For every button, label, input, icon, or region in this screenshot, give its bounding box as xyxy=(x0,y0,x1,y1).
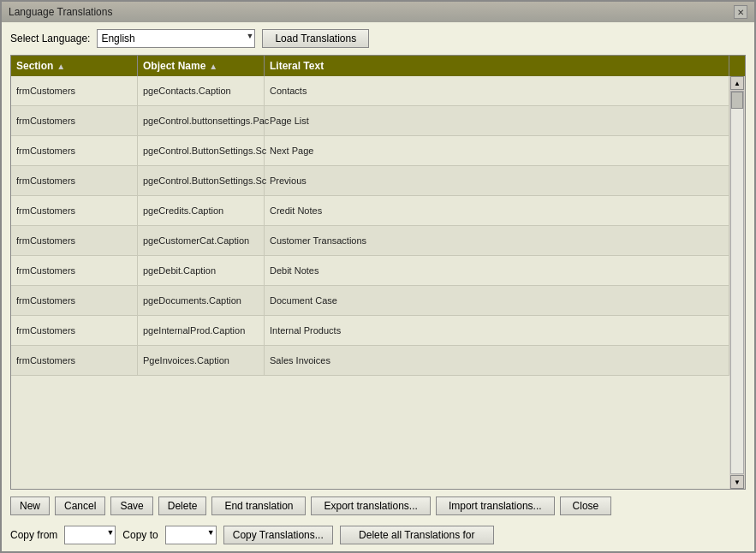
copy-from-select[interactable] xyxy=(64,526,116,544)
cell-literal: Document Case xyxy=(265,286,729,315)
cell-object: pgeContacts.Caption xyxy=(138,76,265,105)
language-select[interactable]: English xyxy=(97,29,255,48)
section-sort-icon[interactable]: ▲ xyxy=(57,62,65,71)
cell-object: PgeInvoices.Caption xyxy=(138,346,265,375)
cell-section: frmCustomers xyxy=(11,106,138,135)
scroll-track[interactable] xyxy=(730,91,744,474)
cell-object: pgeDocuments.Caption xyxy=(138,286,265,315)
translations-table: Section ▲ Object Name ▲ Literal Text frm… xyxy=(10,55,746,490)
cell-section: frmCustomers xyxy=(11,226,138,255)
table-header: Section ▲ Object Name ▲ Literal Text xyxy=(11,56,745,76)
cell-section: frmCustomers xyxy=(11,316,138,345)
cell-section: frmCustomers xyxy=(11,166,138,195)
table-row[interactable]: frmCustomers pgeDebit.Caption Debit Note… xyxy=(11,256,729,286)
cell-literal: Sales Invoices xyxy=(265,346,729,375)
copy-from-select-wrapper xyxy=(64,526,116,544)
cell-section: frmCustomers xyxy=(11,256,138,285)
table-row[interactable]: frmCustomers pgeContacts.Caption Contact… xyxy=(11,76,729,106)
cell-literal: Customer Transactions xyxy=(265,226,729,255)
cell-section: frmCustomers xyxy=(11,136,138,165)
cancel-button[interactable]: Cancel xyxy=(55,497,105,515)
cell-object: pgeControl.ButtonSettings.Sc xyxy=(138,166,265,195)
delete-button[interactable]: Delete xyxy=(158,497,207,515)
table-row[interactable]: frmCustomers PgeInvoices.Caption Sales I… xyxy=(11,346,729,376)
cell-object: pgeControl.ButtonSettings.Sc xyxy=(138,136,265,165)
table-row[interactable]: frmCustomers pgeControl.ButtonSettings.S… xyxy=(11,136,729,166)
language-select-wrapper: English xyxy=(97,29,255,48)
table-row[interactable]: frmCustomers pgeInternalProd.Caption Int… xyxy=(11,316,729,346)
save-button[interactable]: Save xyxy=(110,497,152,515)
table-row[interactable]: frmCustomers pgeCustomerCat.Caption Cust… xyxy=(11,226,729,256)
window-close-button[interactable]: ✕ xyxy=(734,5,747,19)
cell-section: frmCustomers xyxy=(11,286,138,315)
copy-to-label: Copy to xyxy=(122,529,158,541)
table-row[interactable]: frmCustomers pgeDocuments.Caption Docume… xyxy=(11,286,729,316)
table-row[interactable]: frmCustomers pgeCredits.Caption Credit N… xyxy=(11,196,729,226)
import-translations-button[interactable]: Import translations... xyxy=(436,497,555,515)
scroll-thumb[interactable] xyxy=(731,92,743,109)
table-row[interactable]: frmCustomers pgeControl.ButtonSettings.S… xyxy=(11,166,729,196)
cell-object: pgeControl.buttonsettings.Pac xyxy=(138,106,265,135)
column-header-object: Object Name ▲ xyxy=(138,56,265,76)
cell-object: pgeDebit.Caption xyxy=(138,256,265,285)
window-title: Language Translations xyxy=(9,6,112,18)
cell-literal: Next Page xyxy=(265,136,729,165)
title-bar: Language Translations ✕ xyxy=(2,2,754,22)
select-language-label: Select Language: xyxy=(10,33,90,45)
delete-all-translations-button[interactable]: Delete all Translations for xyxy=(340,526,494,544)
cell-object: pgeCustomerCat.Caption xyxy=(138,226,265,255)
vertical-scrollbar[interactable]: ▲ ▼ xyxy=(729,76,745,489)
cell-object: pgeInternalProd.Caption xyxy=(138,316,265,345)
cell-literal: Internal Products xyxy=(265,316,729,345)
end-translation-button[interactable]: End translation xyxy=(211,497,306,515)
cell-literal: Debit Notes xyxy=(265,256,729,285)
column-header-literal: Literal Text xyxy=(265,56,729,76)
column-header-section: Section ▲ xyxy=(11,56,138,76)
cell-section: frmCustomers xyxy=(11,76,138,105)
copy-translations-button[interactable]: Copy Translations... xyxy=(223,526,333,544)
new-button[interactable]: New xyxy=(10,497,50,515)
copy-to-select-wrapper xyxy=(165,526,217,544)
scroll-down-button[interactable]: ▼ xyxy=(730,475,744,489)
close-button[interactable]: Close xyxy=(560,497,612,515)
copy-from-label: Copy from xyxy=(10,529,57,541)
table-body: frmCustomers pgeContacts.Caption Contact… xyxy=(11,76,729,489)
cell-literal: Page List xyxy=(265,106,729,135)
export-translations-button[interactable]: Export translations... xyxy=(311,497,430,515)
cell-literal: Contacts xyxy=(265,76,729,105)
main-window: Language Translations ✕ Select Language:… xyxy=(0,0,756,553)
toolbar: Select Language: English Load Translatio… xyxy=(2,22,754,55)
load-translations-button[interactable]: Load Translations xyxy=(262,29,369,48)
copy-section: Copy from Copy to Copy Translations... D… xyxy=(2,522,754,551)
cell-section: frmCustomers xyxy=(11,346,138,375)
action-buttons: New Cancel Save Delete End translation E… xyxy=(2,490,754,522)
object-sort-icon[interactable]: ▲ xyxy=(209,62,217,71)
cell-section: frmCustomers xyxy=(11,196,138,225)
cell-object: pgeCredits.Caption xyxy=(138,196,265,225)
scroll-up-button[interactable]: ▲ xyxy=(730,76,744,90)
table-row[interactable]: frmCustomers pgeControl.buttonsettings.P… xyxy=(11,106,729,136)
copy-to-select[interactable] xyxy=(165,526,217,544)
cell-literal: Previous xyxy=(265,166,729,195)
cell-literal: Credit Notes xyxy=(265,196,729,225)
scrollbar-spacer xyxy=(729,56,745,76)
